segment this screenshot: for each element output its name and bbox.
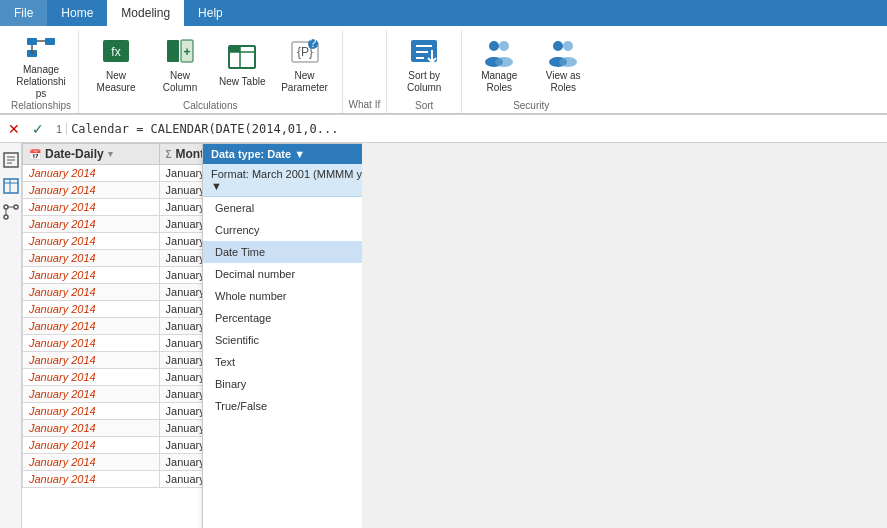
ribbon-group-label-calculations: Calculations: [183, 100, 237, 114]
svg-text:?: ?: [309, 36, 316, 50]
datatype-item-percentage[interactable]: Percentage: [203, 307, 362, 329]
datatype-header[interactable]: Data type: Date ▼: [203, 144, 362, 164]
table-cell: January 2014: [23, 369, 160, 386]
sort-by-column-icon: [408, 36, 440, 68]
datatype-item-whole[interactable]: Whole number: [203, 285, 362, 307]
dropdown-overlay: Data type: Date ▼ Format: March 2001 (MM…: [202, 143, 362, 528]
formula-row-num: 1: [52, 123, 67, 135]
svg-point-31: [559, 57, 577, 67]
ribbon-tab-bar: File Home Modeling Help: [0, 0, 887, 26]
svg-point-24: [489, 41, 499, 51]
new-column-icon: +: [164, 36, 196, 68]
ribbon-group-security: Manage Roles View as Roles Security: [462, 30, 600, 113]
table-cell: January 2014: [23, 437, 160, 454]
ribbon-group-calculations: fx New Measure + New Column: [79, 30, 343, 113]
datatype-dropdown: Data type: Date ▼ Format: March 2001 (MM…: [202, 143, 362, 528]
table-cell: January 2014: [23, 471, 160, 488]
ribbon-group-whatif: What If: [343, 30, 388, 113]
data-table-area: 📅 Date-Daily ▾ Σ Month ▾: [22, 143, 362, 528]
manage-roles-label: Manage Roles: [474, 70, 524, 94]
datatype-item-text[interactable]: Text: [203, 351, 362, 373]
col-header-date-daily[interactable]: 📅 Date-Daily ▾: [23, 144, 160, 165]
manage-relationships-label: Manage Relationships: [16, 64, 66, 100]
formula-cancel-button[interactable]: ✕: [4, 121, 24, 137]
view-as-roles-button[interactable]: View as Roles: [532, 30, 594, 100]
calendar-type-icon: 📅: [29, 149, 41, 160]
new-column-label: New Column: [155, 70, 205, 94]
new-table-button[interactable]: New Table: [213, 30, 272, 100]
svg-point-39: [4, 205, 8, 209]
svg-point-41: [4, 215, 8, 219]
manage-roles-icon: [483, 36, 515, 68]
new-measure-icon: fx: [100, 36, 132, 68]
new-parameter-label: New Parameter: [280, 70, 330, 94]
new-column-button[interactable]: + New Column: [149, 30, 211, 100]
svg-rect-0: [27, 38, 37, 45]
datatype-item-scientific[interactable]: Scientific: [203, 329, 362, 351]
table-cell: January 2014: [23, 233, 160, 250]
datatype-item-decimal[interactable]: Decimal number: [203, 263, 362, 285]
tab-help[interactable]: Help: [184, 0, 237, 26]
svg-rect-1: [45, 38, 55, 45]
table-cell: January 2014: [23, 403, 160, 420]
ribbon-group-label-sort: Sort: [415, 100, 433, 114]
svg-text:fx: fx: [111, 45, 120, 59]
svg-rect-14: [229, 46, 240, 52]
view-as-roles-label: View as Roles: [538, 70, 588, 94]
table-cell: January 2014: [23, 165, 160, 182]
tab-file[interactable]: File: [0, 0, 47, 26]
table-cell: January 2014: [23, 335, 160, 352]
formula-confirm-button[interactable]: ✓: [28, 121, 48, 137]
svg-point-25: [499, 41, 509, 51]
manage-relationships-button[interactable]: Manage Relationships: [10, 30, 72, 100]
table-cell: January 2014: [23, 284, 160, 301]
ribbon-group-label-whatif: What If: [349, 99, 381, 113]
left-sidebar: [0, 143, 22, 528]
datatype-item-general[interactable]: General: [203, 197, 362, 219]
ribbon: File Home Modeling Help: [0, 0, 887, 115]
table-cell: January 2014: [23, 454, 160, 471]
relationships-icon: [25, 30, 57, 62]
format-header[interactable]: Format: March 2001 (MMMM yyyy) ▼: [203, 164, 362, 197]
new-measure-label: New Measure: [91, 70, 141, 94]
main-area: 📅 Date-Daily ▾ Σ Month ▾: [0, 143, 887, 528]
datatype-item-binary[interactable]: Binary: [203, 373, 362, 395]
new-table-icon: [226, 42, 258, 74]
new-parameter-icon: {P} ?: [289, 36, 321, 68]
table-cell: January 2014: [23, 182, 160, 199]
sidebar-table-icon[interactable]: [2, 177, 20, 195]
ribbon-group-label-security: Security: [513, 100, 549, 114]
table-cell: January 2014: [23, 352, 160, 369]
formula-bar: ✕ ✓ 1: [0, 115, 887, 143]
sidebar-report-icon[interactable]: [2, 151, 20, 169]
datatype-item-currency[interactable]: Currency: [203, 219, 362, 241]
table-cell: January 2014: [23, 318, 160, 335]
tab-modeling[interactable]: Modeling: [107, 0, 184, 26]
sort-by-column-button[interactable]: Sort by Column: [393, 30, 455, 100]
table-cell: January 2014: [23, 199, 160, 216]
svg-point-40: [14, 205, 18, 209]
sort-by-column-label: Sort by Column: [399, 70, 449, 94]
new-parameter-button[interactable]: {P} ? New Parameter: [274, 30, 336, 100]
formula-input[interactable]: [71, 122, 883, 136]
ribbon-group-relationships: Manage Relationships Relationships: [4, 30, 79, 113]
svg-point-28: [553, 41, 563, 51]
svg-text:+: +: [183, 45, 190, 59]
svg-rect-8: [167, 40, 179, 62]
table-cell: January 2014: [23, 250, 160, 267]
table-cell: January 2014: [23, 420, 160, 437]
ribbon-group-label-relationships: Relationships: [11, 100, 71, 114]
datatype-item-datetime[interactable]: Date Time: [203, 241, 362, 263]
ribbon-group-sort: Sort by Column Sort: [387, 30, 462, 113]
text-type-icon-month: Σ: [166, 149, 172, 160]
svg-point-29: [563, 41, 573, 51]
tab-home[interactable]: Home: [47, 0, 107, 26]
manage-roles-button[interactable]: Manage Roles: [468, 30, 530, 100]
new-measure-button[interactable]: fx New Measure: [85, 30, 147, 100]
sidebar-model-icon[interactable]: [2, 203, 20, 221]
datatype-item-truefalse[interactable]: True/False: [203, 395, 362, 417]
table-cell: January 2014: [23, 216, 160, 233]
table-cell: January 2014: [23, 267, 160, 284]
svg-point-27: [495, 57, 513, 67]
table-cell: January 2014: [23, 301, 160, 318]
